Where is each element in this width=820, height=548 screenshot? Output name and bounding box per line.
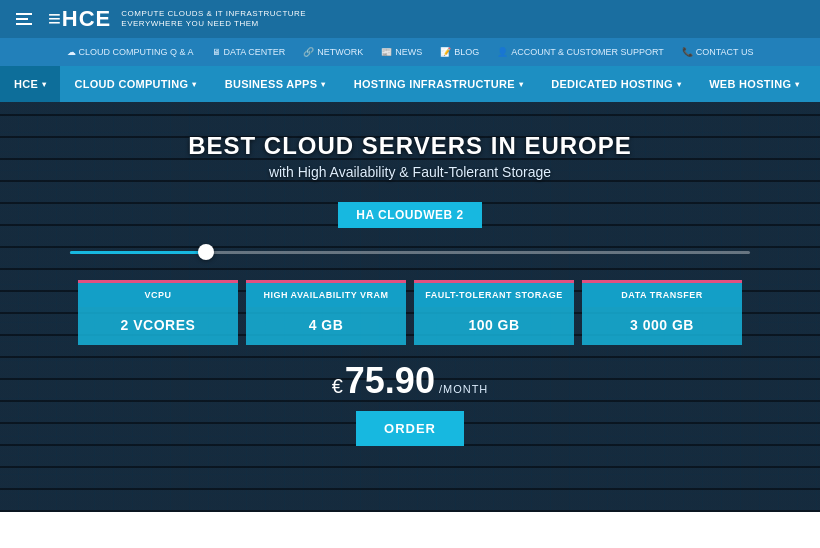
main-nav-item[interactable]: WEB HOSTING▾	[695, 66, 813, 102]
main-nav-item[interactable]: HCE▾	[0, 66, 60, 102]
logo-text: ≡HCE	[48, 6, 111, 32]
tagline-line2: EVERYWHERE YOU NEED THEM	[121, 19, 306, 29]
spec-card-value: 100 GB	[464, 307, 523, 345]
slider-label-wrap: HA CLOUDWEB 2	[338, 202, 481, 228]
nav-arrow-icon: ▾	[321, 80, 325, 89]
spec-card-label: FAULT-TOLERANT STORAGE	[414, 283, 574, 307]
tagline-line1: COMPUTE CLOUDS & IT INFRASTRUCTURE	[121, 9, 306, 19]
nav-arrow-icon: ▾	[795, 80, 799, 89]
utility-nav-item[interactable]: 🖥DATA CENTER	[212, 47, 286, 57]
utility-nav-item[interactable]: 🔗NETWORK	[303, 47, 363, 57]
spec-card: DATA TRANSFER3 000 GB	[582, 280, 742, 345]
spec-card: FAULT-TOLERANT STORAGE100 GB	[414, 280, 574, 345]
utility-nav-icon: ☁	[67, 47, 76, 57]
utility-nav-item[interactable]: 📰NEWS	[381, 47, 422, 57]
spec-card-label: DATA TRANSFER	[582, 283, 742, 307]
spec-card-value: 4 GB	[305, 307, 348, 345]
main-nav-item[interactable]: DEDICATED HOSTING▾	[537, 66, 695, 102]
nav-arrow-icon: ▾	[192, 80, 196, 89]
nav-item-label: WEB HOSTING	[709, 78, 791, 90]
spec-card-label: HIGH AVAILABILITY vRAM	[246, 283, 406, 307]
slider-fill	[70, 251, 206, 254]
utility-nav-icon: 👤	[497, 47, 508, 57]
utility-nav-icon: 📰	[381, 47, 392, 57]
spec-cards: vCPU2 VCORESHIGH AVAILABILITY vRAM4 GBFA…	[60, 280, 760, 345]
main-nav-item[interactable]: HOSTING INFRASTRUCTURE▾	[340, 66, 538, 102]
nav-item-label: HCE	[14, 78, 38, 90]
price-amount: 75.90	[345, 363, 435, 399]
utility-nav-item[interactable]: 👤ACCOUNT & CUSTOMER SUPPORT	[497, 47, 664, 57]
nav-item-label: CLOUD COMPUTING	[74, 78, 188, 90]
order-button[interactable]: ORDER	[356, 411, 464, 446]
logo-area: ≡HCE COMPUTE CLOUDS & IT INFRASTRUCTURE …	[16, 6, 306, 32]
logo-tagline: COMPUTE CLOUDS & IT INFRASTRUCTURE EVERY…	[121, 9, 306, 30]
nav-arrow-icon: ▾	[677, 80, 681, 89]
nav-item-label: BUSINESS APPS	[225, 78, 318, 90]
nav-item-label: HOSTING INFRASTRUCTURE	[354, 78, 515, 90]
utility-nav-label: CLOUD COMPUTING Q & A	[79, 47, 194, 57]
utility-nav-label: ACCOUNT & CUSTOMER SUPPORT	[511, 47, 664, 57]
utility-nav-label: NETWORK	[317, 47, 363, 57]
nav-item-label: DEDICATED HOSTING	[551, 78, 673, 90]
utility-nav-label: BLOG	[454, 47, 479, 57]
hero-subtitle: with High Availability & Fault-Tolerant …	[269, 164, 551, 180]
utility-nav-item[interactable]: ☁CLOUD COMPUTING Q & A	[67, 47, 194, 57]
utility-nav-label: CONTACT US	[696, 47, 754, 57]
utility-nav-icon: 🖥	[212, 47, 221, 57]
order-button-wrap: ORDER	[356, 411, 464, 446]
slider-track	[70, 251, 750, 254]
main-nav-item[interactable]: CLOUD COMPUTING▾	[60, 66, 210, 102]
spec-card: vCPU2 VCORES	[78, 280, 238, 345]
price-period: /MONTH	[439, 383, 488, 395]
nav-arrow-icon: ▾	[519, 80, 523, 89]
utility-nav-icon: 📝	[440, 47, 451, 57]
spec-card-value: 2 VCORES	[117, 307, 200, 345]
utility-nav-icon: 📞	[682, 47, 693, 57]
nav-arrow-icon: ▾	[42, 80, 46, 89]
slider-thumb[interactable]	[198, 244, 214, 260]
price-currency: €	[332, 375, 343, 398]
utility-nav-icon: 🔗	[303, 47, 314, 57]
utility-nav-item[interactable]: 📞CONTACT US	[682, 47, 754, 57]
spec-card-value: 3 000 GB	[626, 307, 698, 345]
spec-card: HIGH AVAILABILITY vRAM4 GB	[246, 280, 406, 345]
hero-content: BEST CLOUD SERVERS IN EUROPE with High A…	[0, 102, 820, 446]
slider-wrap[interactable]	[70, 242, 750, 262]
top-bar: ≡HCE COMPUTE CLOUDS & IT INFRASTRUCTURE …	[0, 0, 820, 38]
spec-card-label: vCPU	[78, 283, 238, 307]
utility-nav-label: DATA CENTER	[224, 47, 286, 57]
utility-nav: ☁CLOUD COMPUTING Q & A🖥DATA CENTER🔗NETWO…	[0, 38, 820, 66]
hero-title: BEST CLOUD SERVERS IN EUROPE	[188, 132, 632, 160]
slider-label: HA CLOUDWEB 2	[338, 202, 481, 228]
utility-nav-item[interactable]: 📝BLOG	[440, 47, 479, 57]
logo-icon	[16, 13, 32, 25]
price-row: € 75.90 /MONTH	[332, 363, 489, 399]
main-nav-item[interactable]: BUSINESS APPS▾	[211, 66, 340, 102]
main-nav: HCE▾CLOUD COMPUTING▾BUSINESS APPS▾HOSTIN…	[0, 66, 820, 102]
utility-nav-label: NEWS	[395, 47, 422, 57]
hero-section: BEST CLOUD SERVERS IN EUROPE with High A…	[0, 102, 820, 512]
